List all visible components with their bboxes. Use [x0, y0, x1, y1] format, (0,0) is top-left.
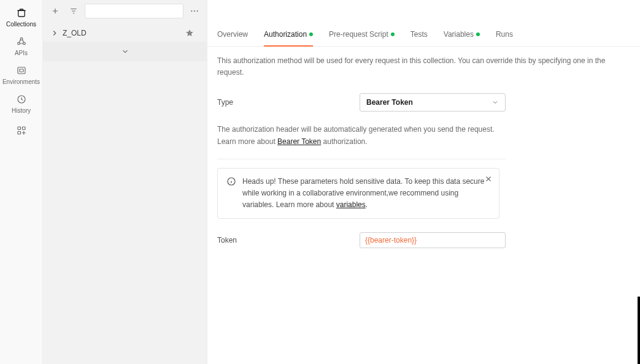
tab-tests[interactable]: Tests	[411, 22, 428, 46]
nav-item-collections[interactable]: Collections	[0, 2, 42, 31]
nav-item-environments[interactable]: Environments	[0, 60, 42, 89]
svg-point-10	[194, 10, 195, 12]
sensitive-data-notice: Heads up! These parameters hold sensitiv…	[217, 168, 499, 219]
svg-rect-4	[20, 69, 23, 72]
nav-label: Environments	[2, 78, 40, 85]
sidebar-options-button[interactable]	[187, 4, 202, 18]
tab-prerequest[interactable]: Pre-request Script	[329, 22, 395, 46]
chevron-down-icon	[492, 99, 499, 106]
sidebar-toolbar	[43, 0, 207, 22]
nav-item-apis[interactable]: APIs	[0, 31, 42, 60]
tab-overview[interactable]: Overview	[217, 22, 248, 46]
collection-tabs: Overview Authorization Pre-request Scrip…	[207, 22, 640, 47]
nav-label: History	[12, 107, 31, 114]
filter-icon	[69, 7, 78, 15]
svg-rect-8	[18, 132, 21, 135]
plus-icon	[51, 7, 60, 15]
dots-icon	[190, 6, 199, 16]
nav-label: APIs	[15, 50, 28, 56]
indicator-dot	[476, 32, 480, 36]
auth-help-text: The authorization header will be automat…	[217, 124, 506, 147]
filter-button[interactable]	[66, 4, 81, 18]
indicator-dot	[391, 32, 395, 36]
divider	[217, 159, 506, 159]
collection-collapse-row[interactable]	[43, 42, 207, 61]
filter-input[interactable]	[85, 4, 183, 18]
token-label: Token	[217, 235, 360, 246]
apis-icon	[16, 36, 27, 47]
notice-body: Heads up! These parameters hold sensitiv…	[242, 176, 490, 211]
nav-item-more[interactable]	[0, 118, 42, 142]
chevron-down-icon	[121, 47, 129, 56]
auth-intro-text: This authorization method will be used f…	[217, 55, 630, 78]
close-icon[interactable]	[484, 175, 493, 183]
nav-item-history[interactable]: History	[0, 89, 42, 118]
nav-rail: Collections APIs Environments History	[0, 0, 43, 364]
new-collection-button[interactable]	[48, 4, 63, 18]
nav-label: Collections	[6, 21, 36, 28]
variables-link[interactable]: variables	[336, 200, 366, 209]
collections-tree: Z_OLD	[43, 22, 207, 61]
svg-rect-6	[18, 127, 21, 130]
auth-content: This authorization method will be used f…	[207, 47, 640, 257]
chevron-right-icon	[50, 29, 59, 37]
type-label: Type	[217, 97, 360, 108]
grid-add-icon	[16, 125, 27, 136]
svg-rect-3	[18, 67, 25, 74]
info-icon	[226, 176, 236, 186]
auth-type-value: Bearer Token	[366, 97, 413, 108]
main-area: Overview Authorization Pre-request Scrip…	[207, 0, 640, 364]
collections-sidebar: Z_OLD	[43, 0, 207, 364]
history-icon	[16, 94, 27, 105]
svg-point-2	[23, 42, 25, 45]
tab-authorization[interactable]: Authorization	[264, 22, 313, 46]
indicator-dot	[309, 32, 313, 36]
env-icon	[16, 65, 27, 76]
token-input[interactable]	[360, 232, 506, 248]
svg-point-11	[197, 10, 198, 12]
right-scroll-indicator	[638, 297, 640, 364]
bearer-token-link[interactable]: Bearer Token	[277, 137, 321, 146]
svg-point-9	[191, 10, 192, 12]
svg-rect-7	[22, 127, 25, 130]
collection-row[interactable]: Z_OLD	[43, 25, 207, 42]
star-icon[interactable]	[185, 28, 195, 38]
collection-name: Z_OLD	[63, 29, 87, 37]
svg-point-1	[17, 42, 20, 45]
tab-runs[interactable]: Runs	[496, 22, 513, 46]
auth-type-select[interactable]: Bearer Token	[360, 93, 506, 112]
tab-variables[interactable]: Variables	[444, 22, 480, 46]
box-icon	[16, 7, 27, 18]
